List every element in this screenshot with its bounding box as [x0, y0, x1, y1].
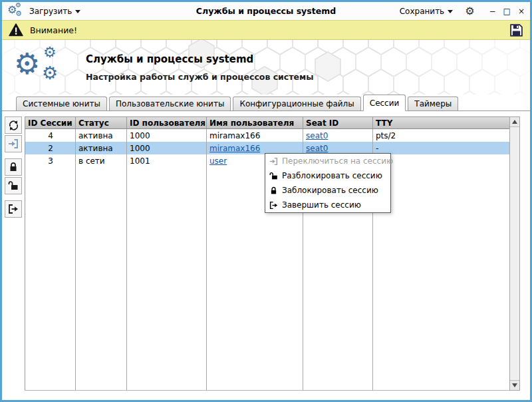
column-header-status[interactable]: Статус	[76, 117, 127, 128]
grid-line	[206, 129, 207, 390]
session-context-menu: Переключиться на сессию Разблокировать с…	[265, 153, 391, 213]
cell-tty: -	[373, 142, 509, 154]
logout-icon	[269, 201, 278, 210]
menu-item-unlock-session[interactable]: Разблокировать сессию	[265, 168, 390, 183]
save-icon[interactable]	[509, 23, 523, 37]
refresh-icon	[8, 120, 19, 131]
user-name-link[interactable]: miramax166	[209, 144, 260, 153]
title-bar: ⚙⚙⚙ Загрузить Службы и процессы systemd …	[2, 2, 530, 20]
switch-to-session-icon	[8, 138, 19, 149]
column-header-seat-id[interactable]: Seat ID	[303, 117, 373, 128]
cell-status: активна	[76, 129, 127, 142]
seat-id-link[interactable]: seat0	[306, 131, 328, 140]
load-menu-button[interactable]: Загрузить	[29, 7, 80, 16]
scrollbar-up-button[interactable]	[510, 117, 519, 127]
save-menu-button[interactable]: Сохранить	[400, 7, 454, 16]
chevron-down-icon	[75, 10, 80, 13]
cell-user-id: 1001	[127, 154, 207, 167]
tab-config-files[interactable]: Конфигурационные файлы	[233, 97, 360, 110]
app-gears-icon: ⚙⚙⚙	[7, 4, 23, 19]
lock-icon	[269, 186, 278, 195]
app-logo-gears-icon: ⚙⚙⚙	[13, 45, 71, 89]
grid-line	[75, 129, 76, 390]
cell-tty	[373, 154, 509, 167]
cell-tty: pts/2	[373, 129, 509, 142]
lock-icon	[8, 162, 19, 172]
maximize-button[interactable]: □	[503, 7, 511, 15]
settings-gear-icon[interactable]: ⚙	[465, 6, 474, 17]
save-menu-label: Сохранить	[400, 7, 445, 16]
page-header: ⚙⚙⚙ Службы и процессы systemd Настройка …	[2, 40, 530, 95]
tab-bar: Системные юниты Пользовательские юниты К…	[2, 95, 530, 111]
page-subtitle: Настройка работы служб и процессов систе…	[86, 72, 313, 82]
load-menu-label: Загрузить	[29, 7, 72, 16]
triangle-up-icon	[512, 120, 517, 124]
cell-status: в сети	[76, 154, 127, 167]
unlock-icon	[269, 172, 278, 180]
column-header-tty[interactable]: TTY	[373, 117, 509, 128]
warning-banner: Внимание!	[2, 20, 530, 40]
cell-user-id: 1000	[127, 142, 207, 154]
menu-item-end-session[interactable]: Завершить сессию	[265, 198, 390, 212]
triangle-down-icon	[512, 383, 517, 387]
tab-sessions[interactable]: Сессии	[363, 95, 406, 111]
page-title: Службы и процессы systemd	[86, 53, 313, 65]
scrollbar-thumb[interactable]	[510, 127, 519, 380]
scrollbar-down-button[interactable]	[510, 380, 519, 390]
warning-text: Внимание!	[30, 25, 77, 35]
end-session-button[interactable]	[5, 200, 22, 218]
column-header-session-id[interactable]: ID Сессии	[25, 117, 76, 128]
switch-to-session-icon	[269, 157, 278, 166]
logout-icon	[8, 204, 19, 214]
lock-session-button[interactable]	[5, 158, 22, 176]
menu-item-lock-session[interactable]: Заблокировать сессию	[265, 183, 390, 198]
refresh-button[interactable]	[5, 116, 22, 134]
column-header-user-id[interactable]: ID пользователя	[127, 117, 207, 128]
session-toolbar	[5, 116, 23, 219]
unlock-session-button[interactable]	[5, 177, 22, 194]
table-row-session-4[interactable]: 4 активна 1000 miramax166 seat0 pts/2	[25, 129, 509, 142]
chevron-down-icon	[448, 10, 453, 13]
column-header-user-name[interactable]: Имя пользователя	[207, 117, 303, 128]
cell-session-id: 2	[25, 142, 76, 154]
cell-session-id: 4	[25, 129, 76, 142]
switch-to-session-button	[5, 135, 22, 152]
menu-item-switch-to-session: Переключиться на сессию	[265, 154, 390, 168]
unlock-icon	[8, 180, 19, 191]
tab-system-units[interactable]: Системные юниты	[16, 97, 107, 110]
tab-user-units[interactable]: Пользовательские юниты	[109, 97, 231, 110]
grid-line	[126, 129, 127, 390]
warning-triangle-icon	[9, 23, 23, 37]
close-button[interactable]: ×	[518, 7, 525, 15]
table-header: ID Сессии Статус ID пользователя Имя пол…	[25, 116, 509, 129]
tab-timers[interactable]: Таймеры	[408, 97, 458, 110]
vertical-scrollbar[interactable]	[509, 116, 520, 391]
app-window: ⚙⚙⚙ Загрузить Службы и процессы systemd …	[0, 0, 532, 402]
cell-status: активна	[76, 142, 127, 154]
cell-session-id: 3	[25, 154, 76, 167]
cell-user-id: 1000	[127, 129, 207, 142]
user-name-link[interactable]: user	[209, 156, 227, 166]
minimize-button[interactable]: −	[489, 7, 496, 15]
cell-user-name: miramax166	[207, 129, 303, 142]
seat-id-link[interactable]: seat0	[306, 144, 328, 153]
